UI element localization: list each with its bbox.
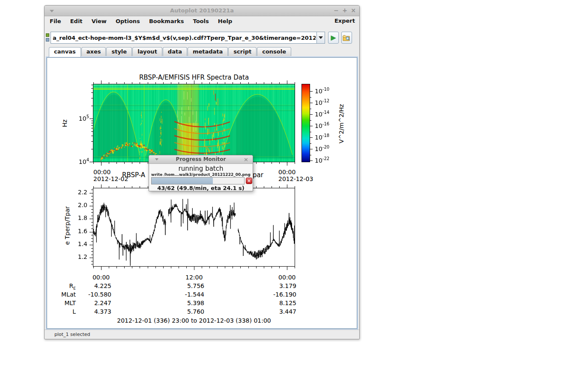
axis-tick — [310, 120, 311, 121]
axis-tick — [171, 82, 171, 84]
axis-tick — [140, 186, 140, 188]
axis-tick — [124, 267, 125, 268]
axis-tick — [209, 267, 210, 268]
go-button[interactable]: ▶ — [328, 32, 339, 44]
table-value: -16.190 — [249, 291, 296, 298]
uri-dropdown-button[interactable] — [316, 32, 325, 44]
axis-tick — [101, 80, 101, 84]
colorbar-label: V^2/m^2/Hz — [338, 98, 345, 149]
table-value: 3.447 — [249, 308, 296, 315]
axis-tick — [132, 267, 132, 268]
axis-tick — [109, 267, 109, 268]
tab-canvas[interactable]: canvas — [49, 47, 81, 57]
datasource-green-icon[interactable] — [46, 33, 49, 37]
stop-button[interactable]: × — [246, 178, 252, 184]
colorbar-tick-label: 10-14 — [315, 110, 329, 118]
axis-tick — [240, 82, 241, 84]
menu-file[interactable]: File — [46, 17, 65, 25]
menu-view[interactable]: View — [88, 17, 110, 25]
menu-tools[interactable]: Tools — [190, 17, 212, 25]
colorbar-tick-label: 10-18 — [315, 133, 329, 141]
line-ytick-label: 2.0 — [69, 202, 87, 208]
maximize-button[interactable]: + — [341, 7, 348, 14]
table-value: 4.225 — [64, 282, 111, 289]
axis-tick — [264, 82, 264, 84]
axis-tick — [101, 184, 101, 188]
axis-tick — [91, 202, 93, 203]
axis-tick — [295, 267, 295, 268]
table-value: 4.373 — [64, 308, 111, 315]
colorbar-tick-label: 10-20 — [315, 145, 329, 152]
tab-data[interactable]: data — [163, 47, 187, 56]
expert-mode-label[interactable]: Expert — [334, 18, 355, 24]
menu-bookmarks[interactable]: Bookmarks — [146, 17, 188, 25]
lineplot-plot[interactable] — [93, 188, 295, 266]
axis-tick — [186, 82, 187, 84]
table-value: 2.247 — [64, 300, 111, 306]
tab-script[interactable]: script — [228, 47, 257, 56]
uri-input[interactable] — [51, 32, 316, 44]
axis-tick — [264, 267, 264, 268]
close-button[interactable]: × — [350, 7, 357, 14]
axis-tick — [91, 261, 93, 261]
axis-tick — [90, 258, 93, 258]
spectrogram-plot[interactable] — [93, 84, 295, 162]
lineplot-plotbox[interactable] — [93, 188, 295, 267]
menu-edit[interactable]: Edit — [67, 17, 86, 25]
table-value: 5.398 — [157, 300, 204, 306]
play-icon: ▶ — [331, 34, 336, 41]
datasource-blue-icon[interactable] — [46, 38, 49, 42]
axis-tick — [310, 149, 313, 149]
axis-tick — [248, 82, 249, 84]
axis-tick — [155, 82, 156, 84]
progress-monitor-dialog[interactable]: Progress Monitor × running batch write /… — [149, 155, 253, 191]
axis-tick — [217, 267, 218, 268]
axis-tick — [171, 267, 171, 268]
axis-tick — [93, 267, 94, 268]
axis-tick — [90, 232, 93, 232]
axis-tick — [155, 267, 156, 268]
axis-tick — [91, 136, 93, 136]
axis-tick — [91, 88, 93, 89]
colorbar-tick-label: 10-10 — [315, 87, 329, 95]
spec-xtick-date-right: 2012-12-03 — [278, 175, 313, 182]
axis-tick — [91, 222, 93, 223]
folder-search-icon — [343, 34, 351, 42]
menu-help[interactable]: Help — [215, 17, 236, 25]
axis-tick — [287, 184, 287, 188]
tab-style[interactable]: style — [106, 47, 132, 56]
minimize-button[interactable]: − — [333, 7, 340, 14]
dialog-close-icon[interactable]: × — [244, 156, 248, 163]
axis-tick — [109, 186, 109, 188]
axis-tick — [272, 82, 272, 84]
axis-tick — [209, 82, 210, 84]
browse-button[interactable] — [341, 32, 352, 44]
uri-toolbar: ▶ — [45, 31, 359, 45]
axis-tick — [91, 190, 93, 190]
axis-tick — [186, 267, 187, 268]
tab-layout[interactable]: layout — [132, 47, 162, 56]
axis-tick — [91, 264, 93, 264]
axis-tick — [91, 128, 93, 128]
axis-tick — [202, 267, 202, 268]
tab-metadata[interactable]: metadata — [188, 47, 228, 56]
line-ytick-label: 1.2 — [69, 253, 87, 260]
dialog-titlebar[interactable]: Progress Monitor × — [149, 155, 253, 164]
tab-console[interactable]: console — [257, 47, 291, 56]
plot-surface[interactable]: RBSP-A/EMFISIS HFR Spectra Data Hz V^2/m… — [47, 58, 357, 328]
spectrogram-plotbox[interactable] — [93, 84, 295, 162]
menu-options[interactable]: Options — [112, 17, 143, 25]
axis-tick — [101, 162, 101, 166]
time-range-label: 2012-12-01 (336) 23:00 to 2012-12-03 (33… — [117, 317, 271, 324]
colorbar[interactable] — [302, 84, 310, 162]
axis-tick — [310, 126, 313, 126]
tab-axes[interactable]: axes — [81, 47, 106, 56]
spectrogram-ylabel: Hz — [61, 117, 68, 130]
axis-tick — [264, 162, 264, 164]
axis-tick — [140, 162, 140, 164]
axis-tick — [90, 245, 93, 245]
axis-tick — [310, 143, 311, 144]
axis-tick — [91, 106, 93, 106]
axis-tick — [272, 162, 272, 164]
window-titlebar[interactable]: Autoplot 20190221a − + × — [45, 6, 359, 16]
